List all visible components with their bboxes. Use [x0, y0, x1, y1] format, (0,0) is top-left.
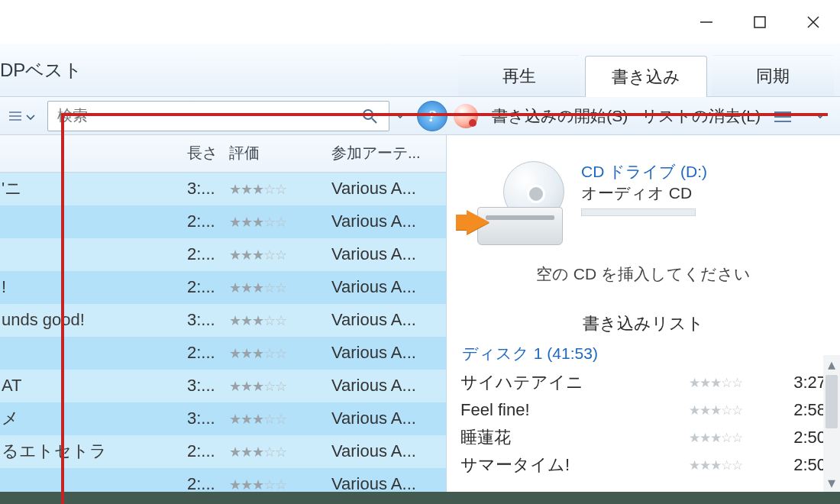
table-row[interactable]: メ3:...★★★☆☆Various A... — [0, 402, 446, 435]
table-row[interactable]: unds good!3:...★★★☆☆Various A... — [0, 304, 446, 337]
col-rating[interactable]: 評価 — [229, 143, 331, 163]
burn-item-length: 2:58 — [780, 400, 826, 420]
burn-item-name: サマータイム! — [460, 454, 689, 477]
cell-artist: Various A... — [331, 310, 446, 330]
cell-title: AT — [0, 376, 187, 396]
cell-rating: ★★★☆☆ — [229, 277, 331, 297]
annotation-line-horizontal — [61, 113, 828, 116]
table-row[interactable]: るエトセトラ2:...★★★☆☆Various A... — [0, 435, 446, 468]
cell-title: るエトセトラ — [0, 440, 187, 463]
tab-play[interactable]: 再生 — [458, 55, 580, 96]
burn-item-length: 2:50 — [780, 455, 826, 475]
drive-icon — [477, 161, 569, 245]
close-button[interactable] — [787, 0, 840, 44]
cell-artist: Various A... — [331, 212, 446, 231]
table-row[interactable]: 2:...★★★☆☆Various A... — [0, 205, 446, 238]
rating-stars[interactable]: ★★★☆☆ — [229, 444, 286, 460]
cell-length: 3:... — [187, 310, 229, 330]
tab-burn[interactable]: 書き込み — [585, 56, 707, 97]
maximize-button[interactable] — [733, 0, 787, 44]
rating-stars[interactable]: ★★★☆☆ — [689, 457, 780, 473]
rating-stars[interactable]: ★★★☆☆ — [229, 280, 286, 296]
cell-rating: ★★★☆☆ — [229, 179, 331, 199]
burn-list-title: 書き込みリスト — [447, 312, 840, 335]
drive-message: 空の CD を挿入してください — [447, 263, 840, 285]
rating-stars[interactable]: ★★★☆☆ — [229, 346, 286, 361]
library-pane: 長さ 評価 参加アーテ... 'ニ3:...★★★☆☆Various A...2… — [0, 135, 447, 492]
cell-length: 2:... — [187, 441, 229, 461]
rating-stars[interactable]: ★★★☆☆ — [229, 182, 286, 197]
svg-line-8 — [372, 118, 376, 123]
cell-artist: Various A... — [331, 409, 446, 428]
cell-artist: Various A... — [331, 441, 446, 461]
rating-stars[interactable]: ★★★☆☆ — [689, 430, 780, 446]
burn-list[interactable]: サイハテアイニ★★★☆☆3:27Feel fine!★★★☆☆2:58睡蓮花★★… — [447, 369, 840, 479]
rating-stars[interactable]: ★★★☆☆ — [689, 375, 780, 391]
rating-stars[interactable]: ★★★☆☆ — [229, 477, 286, 492]
table-row[interactable]: AT3:...★★★☆☆Various A... — [0, 370, 446, 402]
drive-name: CD ドライブ (D:) — [581, 161, 707, 183]
rating-stars[interactable]: ★★★☆☆ — [689, 402, 780, 418]
insert-arrow-icon — [467, 210, 489, 234]
cell-length: 2:... — [187, 212, 229, 231]
col-artist[interactable]: 参加アーテ... — [331, 143, 446, 163]
rating-stars[interactable]: ★★★☆☆ — [229, 412, 286, 427]
window-buttons — [680, 0, 840, 44]
drive-block: CD ドライブ (D:) オーディオ CD — [447, 135, 840, 253]
rating-stars[interactable]: ★★★☆☆ — [229, 247, 286, 263]
drive-info: CD ドライブ (D:) オーディオ CD — [581, 161, 707, 216]
table-row[interactable]: 'ニ3:...★★★☆☆Various A... — [0, 173, 446, 205]
tab-sync[interactable]: 同期 — [712, 55, 834, 96]
table-row[interactable]: 2:...★★★☆☆Various A... — [0, 238, 446, 271]
col-length[interactable]: 長さ — [187, 143, 229, 163]
view-options-dropdown[interactable] — [0, 101, 43, 131]
cell-rating: ★★★☆☆ — [229, 376, 331, 396]
list-item[interactable]: サイハテアイニ★★★☆☆3:27 — [460, 369, 826, 396]
cell-rating: ★★★☆☆ — [229, 343, 331, 363]
table-row[interactable]: 2:...★★★☆☆Various A... — [0, 337, 446, 370]
header-bar: DPベスト 再生 書き込み 同期 — [0, 44, 840, 97]
svg-rect-1 — [754, 17, 765, 27]
scrollbar[interactable]: ▴ ▾ — [823, 355, 840, 492]
cell-title: 'ニ — [0, 177, 187, 200]
minimize-button[interactable] — [680, 0, 733, 44]
scroll-down-icon[interactable]: ▾ — [823, 473, 840, 492]
cell-length: 3:... — [187, 376, 229, 396]
table-row[interactable]: !2:...★★★☆☆Various A... — [0, 271, 446, 304]
cell-artist: Various A... — [331, 376, 446, 396]
rating-stars[interactable]: ★★★☆☆ — [229, 379, 286, 394]
cell-artist: Various A... — [331, 244, 446, 264]
scroll-up-icon[interactable]: ▴ — [823, 355, 840, 373]
cell-artist: Various A... — [331, 277, 446, 297]
cell-title: unds good! — [0, 310, 187, 330]
burn-item-length: 2:50 — [780, 428, 826, 447]
cell-length: 2:... — [187, 343, 229, 363]
scroll-thumb[interactable] — [825, 375, 838, 428]
cell-length: 3:... — [187, 409, 229, 428]
cell-rating: ★★★☆☆ — [229, 244, 331, 264]
drive-capacity-bar — [581, 208, 696, 216]
burn-item-length: 3:27 — [780, 373, 826, 393]
list-item[interactable]: Feel fine!★★★☆☆2:58 — [460, 396, 826, 424]
cell-length: 2:... — [187, 244, 229, 264]
cell-rating: ★★★☆☆ — [229, 212, 331, 231]
cell-artist: Various A... — [331, 343, 446, 363]
window-titlebar — [0, 0, 840, 44]
chevron-down-icon — [26, 107, 35, 124]
cell-artist: Various A... — [331, 474, 446, 492]
cell-rating: ★★★☆☆ — [229, 310, 331, 330]
cell-title: ! — [0, 277, 187, 297]
rating-stars[interactable]: ★★★☆☆ — [229, 215, 286, 230]
annotation-line-vertical — [61, 113, 64, 504]
cell-length: 2:... — [187, 277, 229, 297]
main-split: 長さ 評価 参加アーテ... 'ニ3:...★★★☆☆Various A...2… — [0, 135, 840, 492]
table-row[interactable]: 2:...★★★☆☆Various A... — [0, 468, 446, 492]
list-item[interactable]: サマータイム!★★★☆☆2:50 — [460, 451, 826, 479]
rating-stars[interactable]: ★★★☆☆ — [229, 313, 286, 328]
list-item[interactable]: 睡蓮花★★★☆☆2:50 — [460, 424, 826, 451]
page-title: DPベスト — [0, 58, 458, 96]
burn-item-name: 睡蓮花 — [460, 426, 689, 449]
disc-label: ディスク 1 (41:53) — [447, 335, 840, 369]
burn-item-name: サイハテアイニ — [460, 371, 689, 394]
cell-length: 3:... — [187, 179, 229, 199]
